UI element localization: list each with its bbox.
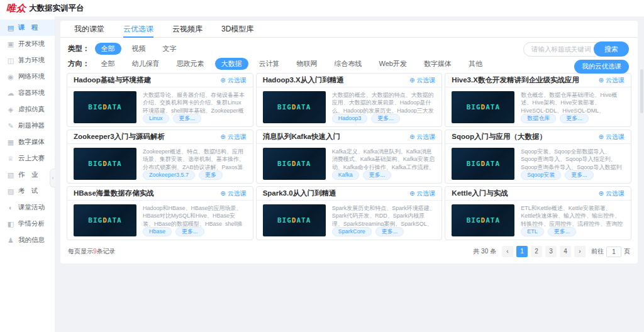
cloud-select-link[interactable]: 云选课: [599, 189, 625, 198]
course-tag[interactable]: Linux: [143, 114, 169, 123]
sidebar: ▤ 课 程 ▣ 开发环境 ◫ 算力环境 ◉ 网络环境 ☁ 容器环境 ◈ 虚拟仿真: [0, 16, 55, 332]
course-tag[interactable]: ETL: [521, 227, 544, 236]
search-input[interactable]: [523, 42, 602, 57]
sidebar-item[interactable]: ◈ 虚拟仿真: [0, 101, 55, 118]
cloud-select-link[interactable]: 云选课: [409, 76, 435, 85]
type-filter-chip[interactable]: 全部: [95, 43, 121, 55]
cloud-select-link[interactable]: 云选课: [409, 189, 435, 198]
cloud-select-link[interactable]: 云选课: [599, 133, 625, 141]
sidebar-item[interactable]: ✎ 刷题神器: [0, 118, 55, 134]
direction-filter-chip[interactable]: 思政元素: [170, 58, 211, 70]
search-button[interactable]: 搜索: [594, 42, 629, 57]
profile-icon: ♟: [7, 237, 14, 244]
tab[interactable]: 我的课堂: [74, 21, 104, 38]
sidebar-item[interactable]: ◉ 网络环境: [0, 69, 55, 85]
course-tag[interactable]: 更多...: [173, 114, 202, 123]
sidebar-item[interactable]: ▧ 作 业: [0, 167, 55, 183]
sidebar-item[interactable]: ▨ 考 试: [0, 183, 55, 199]
page-number-button[interactable]: 4: [560, 246, 571, 257]
cloud-select-link[interactable]: 云选课: [599, 76, 625, 85]
my-cloud-courses-button[interactable]: 我的云优选课: [574, 60, 629, 74]
course-card[interactable]: Hadoop基础与环境搭建 云选课 BIG DATA 大数据导论、服: [67, 73, 253, 127]
course-tag[interactable]: SparkCore: [332, 227, 372, 236]
next-page-button[interactable]: ›: [574, 246, 586, 257]
course-description: 数仓概念、数据仓库基础理论、Hive概述、Hive架构、Hive安装部署、Hiv…: [521, 91, 625, 113]
direction-filter-chip[interactable]: 综合布线: [328, 58, 369, 70]
tab[interactable]: 云优选课: [123, 21, 153, 38]
cloud-select-link[interactable]: 云选课: [409, 133, 435, 141]
sidebar-collapse-handle[interactable]: ‹: [50, 169, 55, 187]
page-number-button[interactable]: 1: [516, 246, 528, 257]
course-tag[interactable]: Zookeeper3.5.7: [143, 170, 195, 180]
scrollbar-thumb[interactable]: [640, 69, 643, 113]
direction-filter-chip[interactable]: Web开发: [373, 58, 413, 70]
cloud-select-link[interactable]: 云选课: [220, 133, 246, 141]
course-card[interactable]: Hadoop3.X从入门到精通 云选课 BIG DATA 大数据的概: [256, 73, 443, 127]
course-description: 大数据的概念、大数据的特点、大数据的应用、大数据的发展前景、Hadoop是什么、…: [332, 91, 436, 113]
course-card[interactable]: Hive3.X数仓开发精讲到企业级实战应用 云选课 BIG DATA: [445, 73, 631, 127]
course-tag[interactable]: 更多...: [560, 114, 589, 123]
sidebar-item[interactable]: ◐ 课堂活动: [0, 199, 55, 216]
course-thumbnail: BIG DATA: [74, 91, 136, 123]
page-number-button[interactable]: 3: [545, 246, 557, 257]
course-card[interactable]: Sqoop入门与应用（大数据） 云选课 BIG DATA Sqoop: [445, 130, 631, 184]
course-card[interactable]: Kettle入门与实战 云选课 BIG DATA ETL和Kettl: [445, 186, 631, 240]
direction-filter-chip[interactable]: 数字媒体: [418, 58, 458, 70]
course-icon: ▤: [7, 25, 14, 31]
course-tag[interactable]: Hadoop3: [332, 114, 368, 123]
course-card[interactable]: Zookeeper3入门与源码解析 云选课 BIG DATA Zoo: [67, 130, 253, 184]
thumbnail-text: D: [103, 160, 108, 168]
course-tag[interactable]: 更多...: [175, 227, 204, 236]
direction-filter-chip[interactable]: 幼儿保育: [126, 58, 166, 70]
tab[interactable]: 云视频库: [172, 21, 203, 38]
page-scrollbar[interactable]: [640, 16, 644, 332]
sidebar-item[interactable]: ▣ 开发环境: [0, 36, 55, 52]
course-tag[interactable]: Sqoop安装: [521, 170, 561, 180]
course-card-body: BIG DATA Kafka定义、Kafka消息队列、Kafka消息消费模式、K…: [257, 144, 442, 183]
thumbnail-text: ATA: [108, 160, 122, 168]
sidebar-item[interactable]: ◫ 算力环境: [0, 52, 55, 69]
course-title: Hive3.X数仓开发精讲到企业级实战应用: [452, 75, 579, 85]
course-tag[interactable]: Kafka: [332, 170, 359, 180]
direction-filter-chip[interactable]: 其他: [462, 58, 489, 70]
tab[interactable]: 3D模型库: [221, 21, 253, 38]
cloud-select-link[interactable]: 云选课: [220, 76, 246, 85]
goto-page-input[interactable]: [606, 246, 621, 257]
sidebar-item[interactable]: ♟ 我的信息: [0, 232, 55, 248]
course-info: Zookeeper概述、特点、数据结构、应用场景、集群安装、选举机制、基本操作、…: [143, 148, 247, 180]
course-tag[interactable]: 更多...: [363, 170, 392, 180]
page-number-button[interactable]: 2: [531, 246, 542, 257]
course-tag[interactable]: 更多...: [375, 227, 404, 236]
cloud-select-label: 云选课: [416, 76, 435, 85]
direction-filter-chip[interactable]: 物联网: [291, 58, 324, 70]
direction-filter-chip[interactable]: 全部: [95, 58, 121, 70]
sidebar-item[interactable]: ◧ 学情分析: [0, 216, 55, 232]
sidebar-item[interactable]: ▦ 数字媒体: [0, 134, 55, 150]
type-filter-chip[interactable]: 视频: [126, 43, 152, 55]
course-tag[interactable]: 更多: [199, 170, 223, 180]
sidebar-item[interactable]: ☁ 容器环境: [0, 85, 55, 101]
course-card[interactable]: HBase海量数据存储实战 云选课 BIG DATA Hadoop和: [67, 186, 253, 240]
sidebar-item[interactable]: ♕ 云上大赛: [0, 150, 55, 167]
course-tag[interactable]: Hbase: [143, 227, 172, 236]
type-filter-chip[interactable]: 文字: [157, 43, 183, 55]
thumbnail-text: D: [103, 216, 108, 224]
course-thumbnail: BIG DATA: [263, 204, 326, 236]
content-panel: 我的课堂云优选课云视频库3D模型库 搜索 我的云优选课 类型： 全部视频文字 方…: [60, 21, 638, 263]
cloud-select-link[interactable]: 云选课: [220, 189, 246, 198]
thumbnail-text: BIG: [88, 160, 103, 168]
course-title: HBase海量数据存储实战: [74, 189, 154, 198]
course-tag[interactable]: 更多...: [371, 114, 400, 123]
direction-filter-chip[interactable]: 云计算: [253, 58, 286, 70]
course-tag[interactable]: 数据仓库: [521, 114, 556, 123]
course-card-grid: Hadoop基础与环境搭建 云选课 BIG DATA 大数据导论、服: [60, 73, 638, 240]
thumbnail-text: ATA: [486, 103, 500, 111]
course-tag[interactable]: 更多...: [548, 227, 577, 236]
direction-filter-chip[interactable]: 大数据: [215, 58, 248, 70]
cloud-select-label: 云选课: [228, 189, 247, 198]
sidebar-item[interactable]: ▤ 课 程: [0, 19, 55, 36]
prev-page-button[interactable]: ‹: [502, 246, 513, 257]
course-tag[interactable]: 更多...: [565, 170, 594, 180]
course-card[interactable]: Spark3.0从入门到精通 云选课 BIG DATA Spark发: [256, 186, 443, 240]
course-card[interactable]: 消息队列Kafka快速入门 云选课 BIG DATA Kafka定义: [256, 130, 443, 184]
